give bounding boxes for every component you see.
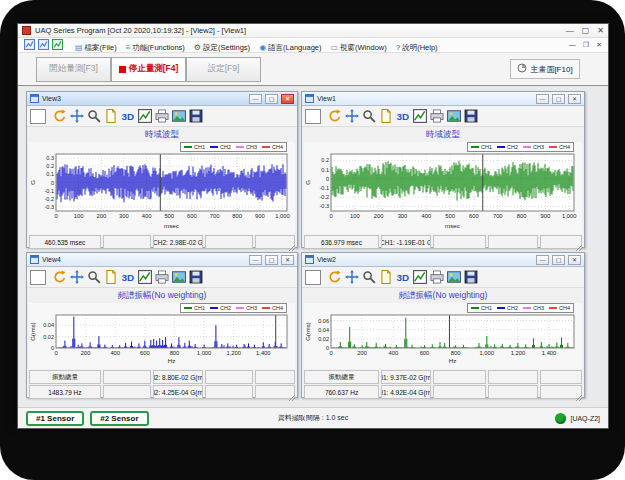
resize-grip-icon[interactable] <box>575 388 583 396</box>
refresh-icon[interactable] <box>328 109 342 123</box>
save-icon[interactable] <box>189 109 203 123</box>
print-icon[interactable] <box>430 109 444 123</box>
menu-item-file[interactable]: ▤檔案(File) <box>75 43 117 53</box>
threed-icon[interactable]: 3D <box>121 270 135 284</box>
chart-icon[interactable] <box>413 109 427 123</box>
menu-item-settings-gear[interactable]: ⚙設定(Settings) <box>194 43 250 53</box>
menu-item-window[interactable]: ▭視窗(Window) <box>330 43 386 53</box>
refresh-icon[interactable] <box>53 270 67 284</box>
settings-button[interactable]: 設定[F9] <box>186 57 261 82</box>
image-icon[interactable] <box>172 270 186 284</box>
view-titlebar[interactable]: View3—▢✕ <box>27 92 297 106</box>
refresh-icon[interactable] <box>53 109 67 123</box>
view-minimize-button[interactable]: — <box>249 94 262 104</box>
svg-text:600: 600 <box>469 213 479 219</box>
pan-icon[interactable] <box>345 109 359 123</box>
pointer-tool-button[interactable] <box>30 270 46 285</box>
view-titlebar[interactable]: View1—▢✕ <box>302 92 584 106</box>
image-icon[interactable] <box>447 109 461 123</box>
waveform-window-quick-icon[interactable] <box>24 36 35 47</box>
child-minimize-button[interactable]: — <box>569 41 576 49</box>
print-icon[interactable] <box>430 270 444 284</box>
zoom-icon[interactable] <box>362 109 376 123</box>
child-restore-button[interactable]: ❐ <box>583 41 589 49</box>
view-titlebar[interactable]: View2—▢✕ <box>302 253 584 267</box>
start-measure-button[interactable]: 開始量測[F3] <box>36 57 111 82</box>
stop-measure-button[interactable]: 停止量測[F4] <box>111 57 186 82</box>
pointer-tool-button[interactable] <box>30 109 46 124</box>
menubar: ▤檔案(File)≡功能(Functions)⚙設定(Settings)◉語言(… <box>18 38 608 53</box>
resize-grip-icon[interactable] <box>288 388 296 396</box>
save-icon[interactable] <box>464 270 478 284</box>
view-minimize-button[interactable]: — <box>249 255 262 265</box>
chart-canvas: 01002003004005006007008009001,0000.30.20… <box>29 142 295 230</box>
view-maximize-button[interactable]: ▢ <box>265 94 278 104</box>
view-maximize-button[interactable]: ▢ <box>552 94 565 104</box>
view-close-button[interactable]: ✕ <box>568 255 581 265</box>
sensor-tab-1[interactable]: #1 Sensor <box>26 411 84 426</box>
status-cell <box>205 385 253 399</box>
view-maximize-button[interactable]: ▢ <box>265 255 278 265</box>
sensor-tab-2[interactable]: #2 Sensor <box>90 411 148 426</box>
refresh-icon[interactable] <box>328 270 342 284</box>
menu-item-help[interactable]: ?說明(Help) <box>396 43 438 53</box>
svg-text:400: 400 <box>421 213 431 219</box>
page-icon[interactable] <box>379 109 393 123</box>
view-icon <box>305 255 314 264</box>
resize-grip-icon[interactable] <box>575 238 583 246</box>
view-titlebar[interactable]: View4—▢✕ <box>27 253 297 267</box>
page-icon[interactable] <box>104 270 118 284</box>
new-view-quick-icon[interactable] <box>52 36 63 47</box>
svg-text:1,000: 1,000 <box>480 350 495 356</box>
zoom-icon[interactable] <box>87 109 101 123</box>
chart-icon[interactable] <box>413 270 427 284</box>
page-icon[interactable] <box>379 270 393 284</box>
image-icon[interactable] <box>447 270 461 284</box>
view-close-button[interactable]: ✕ <box>281 255 294 265</box>
minimize-button[interactable]: — <box>566 26 574 36</box>
child-close-button[interactable]: ✕ <box>596 41 602 49</box>
menu-item-language-globe[interactable]: ◉語言(Language) <box>259 43 321 53</box>
chart-legend: CH1CH2CH3CH4 <box>467 142 574 152</box>
status-cell: CH1: 9.37E-02 G(rms) <box>381 370 431 384</box>
chart-icon[interactable] <box>138 270 152 284</box>
pan-icon[interactable] <box>70 270 84 284</box>
view-minimize-button[interactable]: — <box>536 94 549 104</box>
view-minimize-button[interactable]: — <box>536 255 549 265</box>
pointer-tool-button[interactable] <box>305 270 321 285</box>
print-icon[interactable] <box>155 270 169 284</box>
close-button[interactable]: ✕ <box>597 26 604 36</box>
view-close-button[interactable]: ✕ <box>281 94 294 104</box>
page-icon[interactable] <box>104 109 118 123</box>
view-maximize-button[interactable]: ▢ <box>552 255 565 265</box>
zoom-icon[interactable] <box>362 270 376 284</box>
view-title: View2 <box>317 256 533 263</box>
menu-item-functions[interactable]: ≡功能(Functions) <box>126 43 185 53</box>
resize-grip-icon[interactable] <box>288 238 296 246</box>
legend-entry-ch1: CH1 <box>184 144 205 150</box>
pan-icon[interactable] <box>70 109 84 123</box>
pointer-tool-button[interactable] <box>305 109 321 124</box>
maximize-button[interactable]: ▢ <box>582 26 590 36</box>
threed-icon[interactable]: 3D <box>121 109 135 123</box>
threed-icon[interactable]: 3D <box>396 270 410 284</box>
main-screen-label: 主畫面[F10] <box>530 64 572 75</box>
zoom-icon[interactable] <box>87 270 101 284</box>
view-close-button[interactable]: ✕ <box>568 94 581 104</box>
legend-entry-ch2: CH2 <box>210 305 231 311</box>
main-screen-button[interactable]: 主畫面[F10] <box>510 59 580 79</box>
spectrum-window-quick-icon[interactable] <box>38 36 49 47</box>
pan-icon[interactable] <box>345 270 359 284</box>
status-cell: 636.979 msec <box>304 235 379 249</box>
status-cell: 460.535 msec <box>29 235 101 249</box>
svg-text:200: 200 <box>374 213 384 219</box>
save-icon[interactable] <box>464 109 478 123</box>
save-icon[interactable] <box>189 270 203 284</box>
svg-text:800: 800 <box>232 213 242 219</box>
print-icon[interactable] <box>155 109 169 123</box>
legend-dash-icon <box>471 307 479 309</box>
threed-icon[interactable]: 3D <box>396 109 410 123</box>
chart-icon[interactable] <box>138 109 152 123</box>
status-cell <box>488 370 538 384</box>
image-icon[interactable] <box>172 109 186 123</box>
